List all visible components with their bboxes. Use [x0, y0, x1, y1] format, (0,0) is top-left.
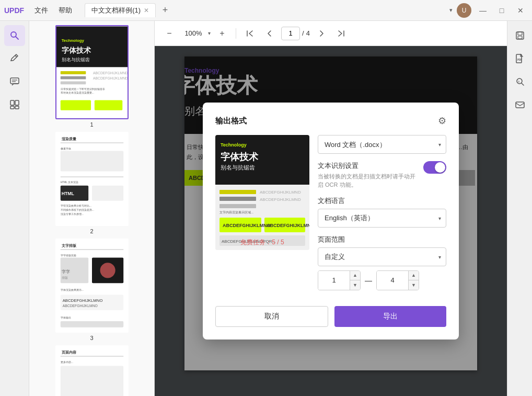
svg-text:排版: 排版: [61, 276, 67, 279]
export-button[interactable]: 导出: [334, 306, 446, 327]
modal-form: Word 文档（.docx） ▾ 文本识别设置 当被转换的文档是扫描文档时请手动…: [318, 135, 446, 298]
tab-main[interactable]: 中文文档样例(1) ✕: [85, 3, 156, 17]
export-modal: 输出格式 ⚙ Technology 字体技术 别名与抗锯齿: [203, 103, 459, 340]
edit-icon: [9, 53, 20, 64]
nav-next-button[interactable]: [313, 25, 330, 42]
avatar[interactable]: U: [457, 3, 471, 18]
svg-rect-8: [10, 106, 14, 109]
svg-text:渲染引擎工作原理...: 渲染引擎工作原理...: [60, 212, 83, 216]
range-to-down[interactable]: ▼: [408, 280, 419, 290]
toolbar: − 100% ▾ +: [155, 21, 507, 46]
ocr-info: 文本识别设置 当被转换的文档是扫描文档时请手动开启 OCR 功能。: [318, 161, 417, 189]
svg-rect-33: [92, 186, 123, 201]
svg-text:不同操作系统下的渲染差异...: 不同操作系统下的渲染差异...: [60, 208, 94, 211]
svg-rect-23: [94, 100, 122, 110]
svg-text:ABCDEFGHIJKLMNO: ABCDEFGHIJKLMNO: [62, 304, 97, 308]
range-to-up[interactable]: ▲: [408, 271, 419, 280]
page-range-group: 页面范围 自定义 ▾: [318, 235, 446, 290]
svg-text:更多内容...: 更多内容...: [60, 360, 73, 364]
svg-text:A: A: [518, 80, 520, 83]
right-sidebar-pdf[interactable]: PDF: [510, 48, 530, 69]
range-from-input[interactable]: [318, 271, 350, 290]
svg-text:字体技术: 字体技术: [61, 46, 91, 54]
thumbnail-page-4[interactable]: 页面内容 更多内容... 结束内容... 4: [33, 345, 150, 396]
sidebar-icon-comment[interactable]: [4, 71, 25, 92]
close-button[interactable]: ✕: [513, 3, 528, 18]
menu-help[interactable]: 帮助: [54, 4, 76, 17]
sidebar-icon-edit[interactable]: [4, 48, 25, 69]
language-select[interactable]: English（英语）: [318, 209, 446, 228]
zoom-out-button[interactable]: −: [161, 25, 178, 42]
svg-rect-29: [60, 176, 123, 177]
svg-rect-17: [60, 76, 86, 80]
page-input[interactable]: [281, 27, 300, 40]
divider-1: [236, 28, 236, 39]
svg-text:页面内容: 页面内容: [61, 350, 76, 355]
nav-prev-button[interactable]: [261, 25, 278, 42]
dropdown-arrow-icon[interactable]: ▾: [449, 7, 453, 14]
svg-rect-70: [219, 204, 256, 208]
thumbnail-page-3[interactable]: 文字排版 字字排版实验 字字 排版 字体渲染效果展示... ABCDEFGHIJ…: [33, 239, 150, 341]
sidebar-icon-search[interactable]: [4, 25, 25, 46]
svg-text:ABCDEFGHIJKLMNO: ABCDEFGHIJKLMNO: [62, 298, 102, 303]
range-from-up[interactable]: ▲: [350, 271, 360, 280]
ocr-label: 文本识别设置: [318, 161, 417, 171]
svg-text:ABCDEFGHIJKLMND: ABCDEFGHIJKLMND: [260, 197, 301, 202]
svg-rect-54: [60, 356, 123, 357]
nav-first-button[interactable]: [241, 25, 258, 42]
format-group: Word 文档（.docx） ▾: [318, 135, 446, 154]
modal-footer: 取消 导出: [215, 306, 446, 327]
thumbnail-page-2[interactable]: 渲染质量 像素字体 HTML 文本渲染 HTML 字符渲染效果分析与对比... …: [33, 132, 150, 234]
minimize-button[interactable]: —: [476, 3, 490, 18]
page-indicator: / 4: [281, 27, 310, 40]
modal-header: 输出格式 ⚙: [215, 115, 446, 127]
svg-rect-68: [219, 197, 256, 201]
svg-rect-56: [60, 366, 123, 396]
svg-rect-28: [60, 151, 123, 172]
right-sidebar-save[interactable]: [510, 25, 530, 46]
left-sidebar: [0, 21, 29, 396]
sidebar-icon-organize[interactable]: [4, 94, 25, 115]
modal-gear-icon[interactable]: ⚙: [438, 115, 446, 127]
nav-last-button[interactable]: [333, 25, 350, 42]
language-select-wrapper: English（英语） ▾: [318, 209, 446, 228]
zoom-in-button[interactable]: +: [214, 25, 230, 42]
svg-text:常对体文本渲染是渲染重要...: 常对体文本渲染是渲染重要...: [60, 91, 94, 94]
svg-rect-80: [518, 36, 522, 39]
svg-rect-9: [15, 106, 19, 109]
ocr-toggle-row: 文本识别设置 当被转换的文档是扫描文档时请手动开启 OCR 功能。: [318, 161, 446, 189]
cancel-button[interactable]: 取消: [215, 306, 328, 327]
menu-bar: 文件 帮助: [30, 4, 76, 17]
range-to-input[interactable]: [377, 271, 408, 290]
svg-text:字字: 字字: [61, 269, 70, 274]
range-from-down[interactable]: ▼: [350, 280, 360, 290]
modal-preview: Technology 字体技术 别名与抗锯齿 ABCDEFGHIJKLMND A…: [215, 135, 309, 250]
modal-body: Technology 字体技术 别名与抗锯齿 ABCDEFGHIJKLMND A…: [215, 135, 446, 298]
svg-text:字体技术: 字体技术: [221, 151, 259, 162]
ocr-icon: A: [515, 76, 525, 87]
tab-add-button[interactable]: +: [158, 3, 172, 18]
zoom-dropdown-icon[interactable]: ▾: [208, 30, 211, 36]
svg-rect-6: [10, 100, 14, 105]
search-icon: [9, 30, 20, 41]
language-group: 文档语言 English（英语） ▾: [318, 196, 446, 228]
range-label: 页面范围: [318, 235, 446, 244]
range-select[interactable]: 自定义: [318, 247, 446, 266]
tab-close-icon[interactable]: ✕: [144, 7, 149, 14]
modal-title: 输出格式: [215, 116, 247, 126]
right-sidebar-ocr[interactable]: A: [510, 71, 530, 92]
ocr-hint: 当被转换的文档是扫描文档时请手动开启 OCR 功能。: [318, 173, 417, 189]
right-sidebar-mail[interactable]: [510, 94, 530, 115]
thumbnail-page-1[interactable]: Technology 字体技术 别名与抗锯齿 ABCDEFGHIJKLMND..…: [33, 25, 150, 128]
thumb-svg-3: 文字排版 字字排版实验 字字 排版 字体渲染效果展示... ABCDEFGHIJ…: [56, 240, 128, 332]
maximize-button[interactable]: □: [494, 3, 509, 18]
zoom-value[interactable]: 100%: [181, 29, 206, 37]
format-select[interactable]: Word 文档（.docx）: [318, 135, 446, 154]
svg-text:ABCDEFGHIJKLMNO: ABCDEFGHIJKLMNO: [267, 223, 309, 228]
thumb-svg-4: 页面内容 更多内容... 结束内容...: [56, 346, 128, 396]
svg-line-1: [16, 37, 18, 39]
ocr-toggle[interactable]: [423, 161, 446, 174]
svg-text:ABCDEFGHIJKLMND...: ABCDEFGHIJKLMND...: [92, 76, 127, 80]
nav-prev-icon: [265, 29, 274, 38]
menu-file[interactable]: 文件: [30, 4, 52, 17]
